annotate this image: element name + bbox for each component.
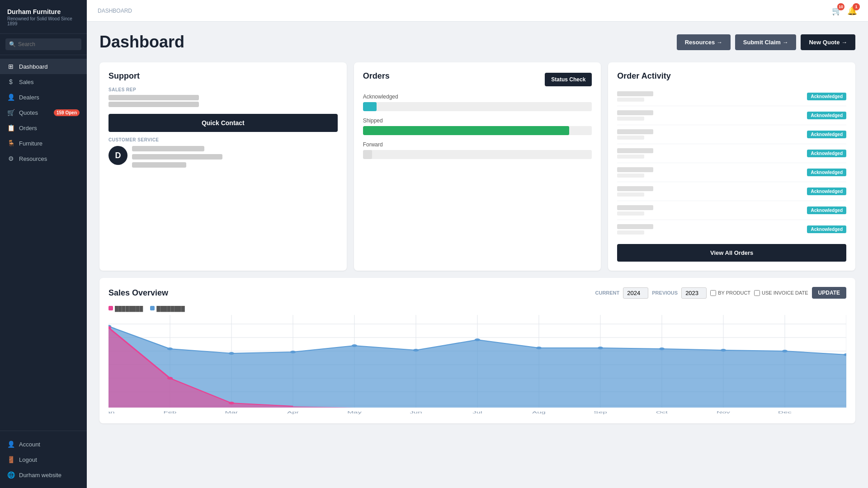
orders-card: Orders Status Check Acknowledged Shipped	[354, 62, 601, 271]
new-quote-button[interactable]: New Quote →	[801, 34, 855, 50]
acknowledged-badge: Acknowledged	[807, 93, 846, 100]
quotes-icon: 🛒	[7, 109, 14, 116]
acknowledged-badge: Acknowledged	[807, 169, 846, 176]
shipped-bar	[363, 126, 569, 135]
datapoint	[536, 347, 542, 349]
list-item: Acknowledged	[617, 106, 846, 125]
datapoint	[598, 347, 604, 349]
brand-tagline: Renowned for Solid Wood Since 1899	[7, 16, 80, 26]
datapoint	[782, 350, 788, 352]
list-item: Acknowledged	[617, 125, 846, 144]
acknowledged-badge: Acknowledged	[807, 188, 846, 195]
sidebar-item-resources[interactable]: ⚙ Resources	[0, 151, 87, 166]
resources-button[interactable]: Resources →	[677, 34, 731, 50]
brand-name: Durham Furniture	[7, 8, 80, 15]
sidebar-item-dealers[interactable]: 👤 Dealers	[0, 89, 87, 105]
dealers-icon: 👤	[7, 94, 14, 101]
acknowledged-badge: Acknowledged	[807, 150, 846, 157]
x-label: Jan	[108, 410, 114, 414]
by-product-checkbox-label[interactable]: BY PRODUCT	[710, 290, 750, 296]
acknowledged-bar-wrap	[363, 102, 592, 111]
shipped-stat: Shipped	[363, 117, 592, 135]
current-year-input[interactable]	[623, 287, 648, 299]
legend-dot-2024	[150, 306, 155, 310]
update-button[interactable]: UPDATE	[812, 287, 846, 299]
customer-service-label: CUSTOMER SERVICE	[108, 137, 338, 142]
notifications-badge: 1	[853, 3, 860, 10]
datapoint	[413, 349, 419, 352]
sidebar-item-logout[interactable]: 🚪 Logout	[0, 452, 87, 467]
sales-icon: $	[7, 78, 14, 85]
datapoint	[475, 338, 481, 341]
cs-info	[132, 146, 222, 169]
orders-icon: 📋	[7, 124, 14, 131]
logout-icon: 🚪	[7, 456, 14, 463]
top-cards-row: Support SALES REP Quick Contact CUSTOMER…	[99, 62, 855, 271]
by-product-label: BY PRODUCT	[718, 290, 750, 296]
x-label: May	[347, 410, 362, 414]
datapoint	[229, 402, 235, 404]
page-header: Dashboard Resources → Submit Claim → New…	[99, 33, 855, 52]
sidebar-item-furniture[interactable]: 🪑 Furniture	[0, 136, 87, 151]
x-label: Sep	[594, 410, 607, 414]
avatar: D	[108, 146, 127, 165]
chart-area: Jan Feb Mar Apr May Jun Jul Aug Sep Oct …	[108, 315, 846, 414]
topbar-icons: 🛒 10 🔔 1	[832, 6, 857, 16]
previous-year-input[interactable]	[681, 287, 707, 299]
sidebar-item-label: Orders	[19, 125, 37, 131]
legend-dot-2023	[108, 306, 113, 310]
x-label: Aug	[532, 410, 546, 414]
datapoint	[659, 347, 665, 350]
datapoint	[352, 344, 358, 347]
list-item: Acknowledged	[617, 144, 846, 163]
search-input[interactable]	[5, 38, 81, 50]
sales-rep-label: SALES REP	[108, 87, 338, 92]
view-all-orders-button[interactable]: View All Orders	[617, 244, 846, 262]
forward-bar-wrap	[363, 150, 592, 159]
breadcrumb: DASHBOARD	[98, 8, 132, 14]
sidebar-item-account[interactable]: 👤 Account	[0, 436, 87, 452]
datapoint	[721, 349, 726, 352]
use-invoice-label: USE INVOICE DATE	[762, 290, 808, 296]
page-title: Dashboard	[99, 33, 184, 52]
cart-button[interactable]: 🛒 10	[832, 6, 842, 16]
current-label: CURRENT	[595, 290, 620, 296]
sidebar-item-label: Logout	[19, 456, 37, 463]
notifications-button[interactable]: 🔔 1	[847, 6, 857, 16]
customer-service-section: D	[108, 146, 338, 169]
use-invoice-checkbox-label[interactable]: USE INVOICE DATE	[754, 290, 808, 296]
activity-list: Acknowledged Acknowledged Acknowledged A…	[617, 87, 846, 239]
by-product-checkbox[interactable]	[710, 290, 716, 296]
sidebar-item-dashboard[interactable]: ⊞ Dashboard	[0, 59, 87, 74]
sales-overview-card: Sales Overview CURRENT PREVIOUS BY PRODU…	[99, 278, 855, 423]
acknowledged-stat: Acknowledged	[363, 94, 592, 111]
sidebar-item-label: Resources	[19, 155, 47, 162]
sidebar-item-orders[interactable]: 📋 Orders	[0, 120, 87, 136]
acknowledged-badge: Acknowledged	[807, 206, 846, 214]
sidebar-item-label: Account	[19, 441, 40, 448]
cs-email	[132, 154, 222, 160]
sidebar-item-quotes[interactable]: 🛒 Quotes 159 Open	[0, 105, 87, 120]
sidebar-item-label: Dashboard	[19, 63, 48, 70]
search-icon: 🔍	[9, 41, 16, 47]
orders-card-header: Orders Status Check	[363, 71, 592, 87]
legend-item-2024: ████████	[150, 306, 184, 311]
use-invoice-checkbox[interactable]	[754, 290, 760, 296]
sidebar-item-sales[interactable]: $ Sales	[0, 74, 87, 89]
sidebar-bottom: 👤 Account 🚪 Logout 🌐 Durham website	[0, 431, 87, 488]
legend-label-2024: ████████	[156, 306, 184, 311]
acknowledged-badge: Acknowledged	[807, 225, 846, 233]
forward-bar	[363, 150, 372, 159]
quick-contact-button[interactable]: Quick Contact	[108, 114, 338, 132]
sidebar: Durham Furniture Renowned for Solid Wood…	[0, 0, 87, 488]
list-item: Acknowledged	[617, 201, 846, 220]
acknowledged-badge: Acknowledged	[807, 131, 846, 138]
sidebar-item-label: Sales	[19, 79, 34, 85]
status-check-button[interactable]: Status Check	[545, 73, 592, 86]
sales-rep-name	[108, 95, 199, 100]
submit-claim-button[interactable]: Submit Claim →	[735, 34, 797, 50]
sales-chart: Jan Feb Mar Apr May Jun Jul Aug Sep Oct …	[108, 315, 846, 414]
sidebar-item-durham-website[interactable]: 🌐 Durham website	[0, 467, 87, 483]
datapoint	[167, 347, 173, 350]
x-label: Apr	[287, 410, 299, 414]
